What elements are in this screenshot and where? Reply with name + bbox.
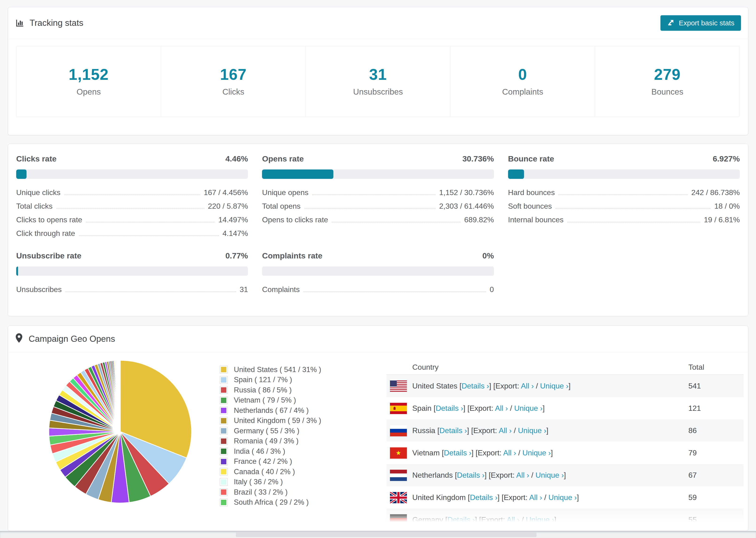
progress-track bbox=[16, 266, 248, 276]
geo-legend: United States ( 541 / 31% )Spain ( 121 /… bbox=[220, 364, 321, 508]
details-link[interactable]: Details › bbox=[447, 515, 475, 524]
export-unique-link[interactable]: Unique › bbox=[536, 471, 564, 479]
rate-block: Unsubscribe rate0.77%Unsubscribes31 bbox=[16, 251, 248, 294]
progress-fill bbox=[508, 170, 524, 179]
rate-head: Bounce rate6.927% bbox=[508, 154, 740, 163]
rate-block: Opens rate30.736%Unique opens1,152 / 30.… bbox=[262, 154, 494, 238]
legend-label: Italy ( 36 / 2% ) bbox=[234, 478, 283, 486]
stat-box: 1,152Opens bbox=[17, 46, 161, 117]
rate-block: Clicks rate4.46%Unique clicks167 / 4.456… bbox=[16, 154, 248, 238]
legend-item: Russia ( 86 / 5% ) bbox=[220, 385, 321, 395]
country-name: United Kingdom bbox=[412, 493, 468, 502]
export-all-link[interactable]: All › bbox=[529, 493, 542, 502]
table-row: Russia [Details ›] [Export: All › / Uniq… bbox=[387, 419, 743, 442]
legend-label: Canada ( 40 / 2% ) bbox=[234, 467, 295, 476]
export-all-link[interactable]: All › bbox=[521, 382, 534, 390]
country-flag bbox=[390, 425, 407, 436]
country-cell: United Kingdom [Details ›] [Export: All … bbox=[412, 493, 688, 502]
rate-value: 0.77% bbox=[225, 251, 248, 260]
metric-leader bbox=[64, 194, 200, 195]
metric-leader bbox=[556, 208, 711, 209]
metric-row: Internal bounces19 / 6.81% bbox=[508, 210, 740, 224]
stat-label: Complaints bbox=[451, 87, 595, 96]
geo-opens-card: Campaign Geo Opens United States ( 541 /… bbox=[8, 326, 748, 531]
metric-value: 14.497% bbox=[218, 216, 248, 224]
metric-rows: Hard bounces242 / 86.738%Soft bounces18 … bbox=[508, 183, 740, 224]
legend-item: Vietnam ( 79 / 5% ) bbox=[220, 395, 321, 405]
progress-track bbox=[262, 170, 494, 179]
export-all-link[interactable]: All › bbox=[507, 515, 519, 524]
stats-row: 1,152Opens167Clicks31Unsubscribes0Compla… bbox=[16, 46, 740, 117]
details-link[interactable]: Details › bbox=[461, 382, 489, 390]
metric-label: Total clicks bbox=[16, 202, 53, 210]
metric-label: Soft bounces bbox=[508, 202, 552, 210]
legend-swatch bbox=[220, 397, 228, 404]
details-link[interactable]: Details › bbox=[444, 449, 471, 457]
metric-label: Click through rate bbox=[16, 229, 75, 238]
total-cell: 55 bbox=[688, 515, 743, 524]
stat-box: 31Unsubscribes bbox=[305, 46, 450, 117]
legend-label: Brazil ( 33 / 2% ) bbox=[234, 488, 288, 497]
progress-track bbox=[16, 170, 248, 179]
total-cell: 121 bbox=[688, 404, 743, 413]
export-all-link[interactable]: All › bbox=[495, 404, 508, 412]
export-all-link[interactable]: All › bbox=[516, 471, 529, 479]
metric-value: 167 / 4.456% bbox=[204, 188, 248, 197]
country-name: United States bbox=[412, 382, 459, 390]
export-basic-stats-button[interactable]: Export basic stats bbox=[661, 15, 741, 31]
table-row: Spain [Details ›] [Export: All › / Uniqu… bbox=[387, 397, 743, 419]
export-unique-link[interactable]: Unique › bbox=[522, 449, 551, 457]
stat-value: 279 bbox=[595, 66, 739, 83]
details-link[interactable]: Details › bbox=[457, 471, 484, 479]
stat-label: Opens bbox=[17, 87, 161, 96]
country-cell: Germany [Details ›] [Export: All › / Uni… bbox=[412, 515, 688, 524]
legend-item: United States ( 541 / 31% ) bbox=[220, 364, 321, 375]
country-flag bbox=[390, 470, 407, 481]
legend-swatch bbox=[220, 437, 228, 445]
export-all-link[interactable]: All › bbox=[503, 449, 516, 457]
tracking-stats-header: Tracking stats Export basic stats bbox=[8, 7, 748, 39]
horizontal-scrollbar-thumb[interactable] bbox=[236, 532, 536, 537]
metric-label: Unique clicks bbox=[16, 188, 61, 197]
country-cell: Spain [Details ›] [Export: All › / Uniqu… bbox=[412, 404, 688, 413]
export-unique-link[interactable]: Unique › bbox=[518, 426, 546, 435]
metric-rows: Unique opens1,152 / 30.736%Total opens2,… bbox=[262, 183, 494, 224]
metric-row: Opens to clicks rate689.82% bbox=[262, 210, 494, 224]
table-row: Vietnam [Details ›] [Export: All › / Uni… bbox=[387, 442, 743, 464]
country-flag bbox=[390, 381, 407, 392]
legend-label: Netherlands ( 67 / 4% ) bbox=[234, 406, 309, 415]
country-cell: United States [Details ›] [Export: All ›… bbox=[412, 382, 688, 390]
export-all-link[interactable]: All › bbox=[499, 426, 512, 435]
legend-item: France ( 42 / 2% ) bbox=[220, 457, 321, 467]
total-cell: 79 bbox=[688, 449, 743, 457]
map-pin-icon bbox=[15, 333, 23, 345]
legend-swatch bbox=[220, 499, 228, 506]
rate-head: Clicks rate4.46% bbox=[16, 154, 248, 163]
bar-chart-icon bbox=[15, 18, 25, 28]
legend-item: Spain ( 121 / 7% ) bbox=[220, 375, 321, 385]
legend-swatch bbox=[220, 376, 228, 384]
geo-opens-body: United States ( 541 / 31% )Spain ( 121 /… bbox=[8, 352, 748, 531]
export-unique-link[interactable]: Unique › bbox=[526, 515, 554, 524]
metric-row: Click through rate4.147% bbox=[16, 224, 248, 238]
export-unique-link[interactable]: Unique › bbox=[514, 404, 543, 412]
legend-swatch bbox=[220, 427, 228, 435]
legend-label: United Kingdom ( 59 / 3% ) bbox=[234, 416, 321, 425]
rate-title: Opens rate bbox=[262, 154, 304, 163]
stat-value: 0 bbox=[451, 66, 595, 83]
country-name: Vietnam bbox=[412, 449, 442, 457]
metric-label: Internal bounces bbox=[508, 216, 564, 224]
country-flag bbox=[390, 403, 407, 414]
export-unique-link[interactable]: Unique › bbox=[549, 493, 577, 502]
details-link[interactable]: Details › bbox=[436, 404, 463, 412]
details-link[interactable]: Details › bbox=[470, 493, 497, 502]
details-link[interactable]: Details › bbox=[440, 426, 467, 435]
export-unique-link[interactable]: Unique › bbox=[540, 382, 568, 390]
pie-slice bbox=[120, 360, 120, 432]
total-cell: 59 bbox=[688, 493, 743, 502]
stat-value: 167 bbox=[161, 66, 305, 83]
metric-label: Total opens bbox=[262, 202, 300, 210]
legend-item: United Kingdom ( 59 / 3% ) bbox=[220, 416, 321, 426]
country-column-header: Country bbox=[387, 363, 688, 372]
country-name: Russia bbox=[412, 426, 437, 435]
